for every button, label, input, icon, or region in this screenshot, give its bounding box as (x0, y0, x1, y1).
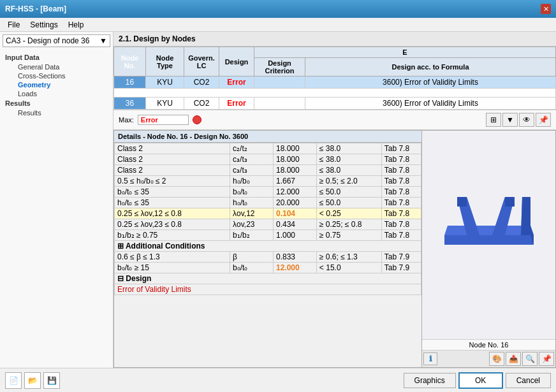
det-col5: Tab 7.8 (381, 230, 421, 241)
graphics-button[interactable]: Graphics (404, 373, 456, 388)
tree-item-results[interactable]: Results (5, 108, 108, 117)
pin-button[interactable]: 📌 (536, 113, 551, 127)
render-icon: 🎨 (492, 354, 502, 363)
det-col4: ≥ 0.75 (316, 230, 381, 241)
det-col2: λov,12 (230, 208, 274, 219)
table-row[interactable]: 16 KYU CO2 Error 3600) Error of Validity… (114, 76, 556, 89)
brace-mid-front-face (492, 235, 505, 245)
details-table: Class 2 c₂/t₂ 18.000 ≤ 38.0 Tab 7.8 Clas… (114, 143, 421, 295)
brace-left-end (457, 197, 467, 207)
formula-16: 3600) Error of Validity Limits (305, 76, 556, 89)
menu-help[interactable]: Help (63, 19, 89, 31)
tree-item-general-data[interactable]: General Data (5, 62, 108, 71)
det-error: Error of Validity Limits (115, 284, 421, 295)
det-col1: 0.25 ≤ λov,12 ≤ 0.8 (115, 208, 230, 219)
det-col2: h₀/b₀ (230, 176, 274, 187)
info-icon: ℹ (429, 354, 432, 363)
nub-side (521, 197, 530, 235)
pin-3d-button[interactable]: 📌 (539, 352, 554, 366)
info-button[interactable]: ℹ (423, 352, 437, 365)
app-title: RF-HSS - [Beam] (5, 4, 66, 13)
det-col1: b₀/t₀ ≥ 15 (115, 263, 230, 273)
open-button[interactable]: 📂 (24, 372, 41, 389)
details-container: Details - Node No. 16 - Design No. 3600 … (113, 130, 556, 368)
det-col4: < 15.0 (316, 263, 381, 273)
filter-button[interactable]: ▼ (502, 113, 518, 127)
list-item: Class 2 c₃/t₃ 18.000 ≤ 38.0 Tab 7.8 (115, 165, 421, 176)
list-item: b₀/t₀ ≥ 15 b₀/t₀ 12.000 < 15.0 Tab 7.9 (115, 263, 421, 273)
new-button[interactable]: 📄 (5, 372, 22, 389)
zoom-3d-button[interactable]: 🔍 (522, 352, 538, 366)
criterion-16 (254, 76, 305, 89)
section-design: ⊟ Design (115, 273, 421, 284)
tree-item-geometry[interactable]: Geometry (5, 80, 108, 89)
section-additional: ⊞ Additional Conditions (115, 241, 421, 252)
menu-file[interactable]: File (3, 19, 25, 31)
det-col2: b₀/t₀ (230, 187, 274, 198)
det-col1: Class 2 (115, 143, 230, 154)
zoom-icon: 🔍 (525, 354, 535, 363)
det-col1: 0.6 ≤ β ≤ 1.3 (115, 252, 230, 263)
tree-section-results: Results (5, 98, 108, 108)
design-table-container: NodeNo. Node Type Govern.LC Design E Des… (113, 47, 556, 110)
det-col2: b₁/b₂ (230, 230, 274, 241)
save-button[interactable]: 💾 (43, 372, 60, 389)
det-col5: Tab 7.9 (381, 252, 421, 263)
new-icon: 📄 (9, 376, 18, 385)
table-row[interactable]: 36 KYU CO2 Error 3600) Error of Validity… (114, 98, 556, 110)
det-col1: h₀/t₀ ≤ 35 (115, 198, 230, 208)
view-3d-label: Node No. 16 (422, 339, 555, 350)
list-item: 0.25 ≤ λov,23 ≤ 0.8 λov,23 0.434 ≥ 0.25;… (115, 219, 421, 230)
det-col5: Tab 7.8 (381, 165, 421, 176)
render-button[interactable]: 🎨 (489, 352, 504, 366)
det-col5: Tab 7.8 (381, 187, 421, 198)
menu-bar: File Settings Help (0, 18, 556, 32)
det-col4: ≤ 38.0 (316, 154, 381, 165)
det-col3: 1.000 (273, 230, 316, 241)
cancel-button[interactable]: Cancel (506, 373, 551, 388)
det-col3: 18.000 (273, 165, 316, 176)
det-col3-orange2: 12.000 (273, 263, 316, 273)
bottom-toolbar: 📄 📂 💾 Graphics OK Cancel (0, 368, 556, 392)
right-panel: 2.1. Design by Nodes NodeNo. Node Type G… (113, 32, 556, 368)
det-col2: c₃/t₃ (230, 165, 274, 176)
3d-canvas (422, 131, 555, 339)
lc-16: CO2 (184, 76, 219, 89)
details-left-panel: Details - Node No. 16 - Design No. 3600 … (113, 130, 422, 368)
menu-settings[interactable]: Settings (25, 19, 62, 31)
tree-item-loads[interactable]: Loads (5, 89, 108, 98)
section-header: 2.1. Design by Nodes (113, 32, 556, 47)
toolbar-icons: ⊞ ▼ 👁 📌 (486, 113, 551, 127)
view-3d-panel: Node No. 16 ℹ 🎨 📤 🔍 (422, 130, 556, 368)
list-item: Class 2 c₃/t₃ 18.000 ≤ 38.0 Tab 7.8 (115, 154, 421, 165)
chevron-down-icon: ▼ (99, 36, 107, 45)
close-button[interactable]: ✕ (541, 4, 551, 14)
col-header-e-criterion: DesignCriterion (254, 58, 305, 76)
list-item-section: ⊟ Design (115, 273, 421, 284)
details-header: Details - Node No. 16 - Design No. 3600 (114, 131, 421, 143)
export-3d-button[interactable]: 📤 (506, 352, 521, 366)
det-col1: Class 2 (115, 165, 230, 176)
det-col3: 12.000 (273, 187, 316, 198)
beam-front-face (444, 235, 534, 245)
list-item-highlight: 0.25 ≤ λov,12 ≤ 0.8 λov,12 0.104 < 0.25 … (115, 208, 421, 219)
export-icon: 📤 (509, 354, 518, 363)
node-no-36: 36 (114, 98, 146, 110)
max-input[interactable] (138, 115, 189, 125)
view-3d-toolbar: ℹ 🎨 📤 🔍 📌 (422, 350, 555, 367)
det-col2: b₀/t₀ (230, 263, 274, 273)
det-col1: Class 2 (115, 154, 230, 165)
det-col2: λov,23 (230, 219, 274, 230)
view-button[interactable]: 👁 (519, 113, 534, 127)
ok-button[interactable]: OK (458, 372, 503, 389)
table-view-button[interactable]: ⊞ (486, 113, 501, 127)
case-dropdown[interactable]: CA3 - Design of node 36 ▼ (3, 34, 110, 47)
details-scroll[interactable]: Class 2 c₂/t₂ 18.000 ≤ 38.0 Tab 7.8 Clas… (114, 143, 421, 367)
tree-item-cross-sections[interactable]: Cross-Sections (5, 71, 108, 80)
det-col4: ≤ 50.0 (316, 198, 381, 208)
beam-top-face (444, 226, 534, 235)
det-col5: Tab 7.8 (381, 198, 421, 208)
det-col4: ≤ 38.0 (316, 143, 381, 154)
det-col3: 18.000 (273, 143, 316, 154)
det-col1: 0.5 ≤ h₀/b₀ ≤ 2 (115, 176, 230, 187)
